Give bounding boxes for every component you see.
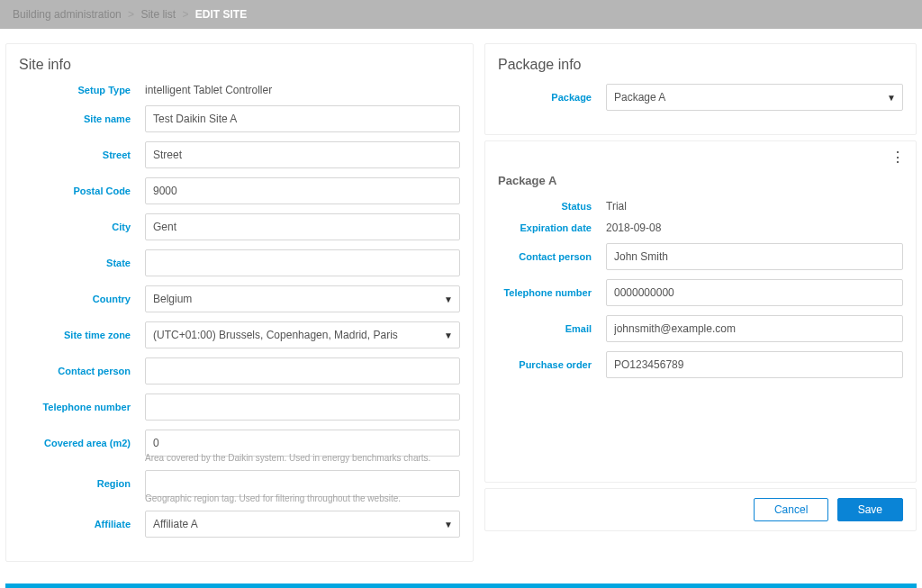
input-telephone[interactable] (145, 394, 460, 421)
package-detail-name: Package A (498, 174, 903, 187)
label-covered-area: Covered area (m2) (19, 438, 145, 448)
input-purchase-order[interactable] (606, 351, 903, 378)
input-state[interactable] (145, 249, 460, 276)
label-purchase-order: Purchase order (498, 359, 606, 370)
label-expiration: Expiration date (498, 222, 606, 233)
actions-card: Cancel Save (484, 488, 917, 531)
label-country: Country (19, 294, 145, 304)
breadcrumb-sep: > (128, 8, 134, 21)
breadcrumb: Building administration > Site list > ED… (0, 0, 922, 29)
label-pkg-tel: Telephone number (498, 287, 606, 298)
label-state: State (19, 258, 145, 268)
value-setup-type: intelligent Tablet Controller (145, 84, 272, 96)
input-postal[interactable] (145, 177, 460, 204)
label-status: Status (498, 201, 606, 212)
label-affiliate: Affiliate (19, 519, 145, 529)
breadcrumb-item-building-admin[interactable]: Building administration (13, 8, 122, 21)
label-region: Region (19, 478, 145, 489)
label-postal: Postal Code (19, 185, 145, 196)
input-city[interactable] (145, 213, 460, 240)
package-select-card: Package info Package Package A ▼ (484, 43, 917, 135)
label-pkg-contact: Contact person (498, 251, 606, 262)
label-contact-person: Contact person (19, 366, 145, 376)
breadcrumb-item-site-list[interactable]: Site list (140, 8, 176, 21)
cancel-button[interactable]: Cancel (754, 498, 828, 521)
label-timezone: Site time zone (19, 330, 145, 340)
help-covered-area: Area covered by the Daikin system. Used … (145, 453, 460, 463)
site-info-card: Site info Setup Type intelligent Tablet … (5, 43, 474, 562)
label-city: City (19, 222, 145, 232)
kebab-menu-icon[interactable]: ⋮ (890, 149, 905, 166)
select-country[interactable]: Belgium (145, 285, 460, 312)
input-pkg-tel[interactable] (606, 279, 903, 306)
controllers-table: Name Controller LC Number Commissioning … (5, 583, 917, 588)
label-telephone: Telephone number (19, 402, 145, 412)
package-detail-card: ⋮ Package A Status Trial Expiration date… (484, 140, 917, 483)
value-status: Trial (606, 200, 627, 213)
table-header: Name Controller LC Number Commissioning … (5, 583, 917, 588)
select-timezone[interactable]: (UTC+01:00) Brussels, Copenhagen, Madrid… (145, 321, 460, 348)
breadcrumb-current: EDIT SITE (195, 8, 247, 21)
input-street[interactable] (145, 141, 460, 168)
label-street: Street (19, 149, 145, 160)
value-expiration: 2018-09-08 (606, 222, 661, 234)
input-pkg-email[interactable] (606, 315, 903, 342)
select-package[interactable]: Package A (606, 84, 903, 111)
input-pkg-contact[interactable] (606, 243, 903, 270)
label-pkg-email: Email (498, 323, 606, 334)
select-affiliate[interactable]: Affiliate A (145, 511, 460, 538)
package-info-title: Package info (498, 57, 903, 73)
input-contact-person[interactable] (145, 357, 460, 384)
label-package: Package (498, 92, 606, 103)
save-button[interactable]: Save (837, 498, 903, 521)
site-info-title: Site info (19, 57, 460, 73)
breadcrumb-sep: > (182, 8, 188, 21)
label-setup-type: Setup Type (19, 85, 145, 95)
input-site-name[interactable] (145, 105, 460, 132)
label-site-name: Site name (19, 113, 145, 124)
